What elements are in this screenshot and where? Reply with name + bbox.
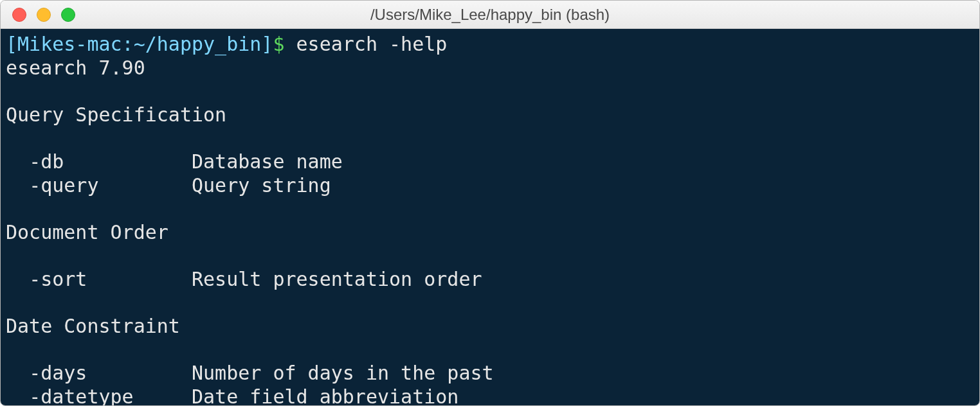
section-heading: Date Constraint: [6, 315, 180, 337]
titlebar[interactable]: /Users/Mike_Lee/happy_bin (bash): [1, 1, 979, 29]
option-desc: Database name: [192, 150, 343, 173]
option-flag: -query: [29, 174, 192, 197]
option-desc: Number of days in the past: [192, 362, 494, 384]
prompt-host: [Mikes-mac:~/happy_bin]: [6, 33, 273, 55]
close-icon[interactable]: [12, 8, 26, 22]
section-heading: Document Order: [6, 221, 168, 243]
zoom-icon[interactable]: [61, 8, 75, 22]
traffic-lights: [1, 8, 75, 22]
minimize-icon[interactable]: [37, 8, 51, 22]
option-flag: -db: [29, 150, 192, 173]
output-version: esearch 7.90: [6, 57, 145, 79]
option-flag: -sort: [29, 268, 192, 290]
prompt-symbol: $: [273, 33, 284, 55]
terminal-body[interactable]: [Mikes-mac:~/happy_bin]$ esearch -help e…: [1, 29, 979, 405]
section-heading: Query Specification: [6, 103, 226, 126]
terminal-window: /Users/Mike_Lee/happy_bin (bash) [Mikes-…: [0, 0, 980, 406]
window-title: /Users/Mike_Lee/happy_bin (bash): [1, 6, 979, 24]
option-desc: Query string: [192, 174, 331, 197]
option-flag: -days: [29, 362, 192, 384]
command-text: esearch -help: [296, 33, 448, 55]
option-desc: Date field abbreviation: [192, 385, 458, 405]
option-desc: Result presentation order: [192, 268, 482, 290]
option-flag: -datetype: [29, 385, 192, 405]
